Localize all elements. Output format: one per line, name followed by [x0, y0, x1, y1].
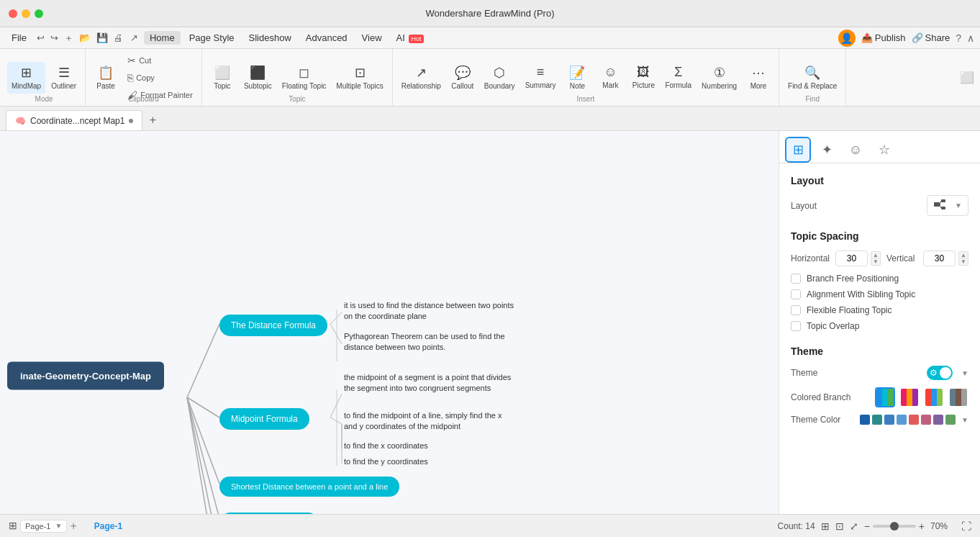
callout-icon: 💬	[455, 65, 471, 81]
swatch-5[interactable]	[909, 415, 919, 425]
paste-button[interactable]: 📋 Paste	[90, 62, 122, 94]
vertical-down[interactable]: ▼	[958, 258, 968, 266]
note-button[interactable]: 📝 Note	[561, 62, 593, 94]
print-btn[interactable]: 🖨	[112, 32, 124, 43]
find-replace-button[interactable]: 🔍 Find & Replace	[784, 62, 841, 94]
cut-button[interactable]: ✂ Cut	[123, 53, 197, 68]
floating-topic-button[interactable]: ◻ Floating Topic	[278, 62, 331, 94]
save-btn[interactable]: 💾	[95, 32, 109, 43]
mark-button[interactable]: ☺ Mark	[594, 62, 626, 93]
topic-button[interactable]: ⬜ Topic	[207, 62, 238, 94]
undo-btn[interactable]: ↩	[35, 32, 46, 43]
menu-home[interactable]: Home	[144, 31, 181, 45]
formula-icon: Σ	[674, 65, 682, 80]
leaf-text-6: to find the y coordinates	[344, 456, 428, 467]
redo-btn[interactable]: ↪	[49, 32, 60, 43]
summary-button[interactable]: ≡ Summary	[521, 62, 561, 93]
cb-option-3[interactable]	[924, 387, 944, 407]
canvas-area[interactable]: inate-Geometry-Concept-Map The Distance …	[0, 131, 779, 514]
callout-button[interactable]: 💬 Callout	[447, 62, 478, 94]
menu-advanced[interactable]: Advanced	[300, 31, 353, 45]
swatch-3[interactable]	[884, 415, 894, 425]
more-button[interactable]: ⋯ More	[743, 62, 774, 94]
panel-tab-layout[interactable]: ⊞	[785, 137, 811, 163]
menu-ai[interactable]: AI Hot	[391, 31, 430, 45]
horizontal-input[interactable]: 30	[835, 251, 868, 266]
horizontal-up[interactable]: ▲	[871, 251, 881, 258]
branch-free-checkbox[interactable]	[791, 274, 801, 284]
add-tab-button[interactable]: +	[142, 110, 163, 130]
copy-button[interactable]: ⎘ Copy	[123, 70, 197, 86]
page-selector[interactable]: Page-1 ▼	[20, 520, 67, 533]
add-page-button[interactable]: +	[70, 520, 76, 533]
panel-tab-star[interactable]: ☆	[871, 137, 897, 163]
central-node[interactable]: inate-Geometry-Concept-Map	[7, 362, 164, 390]
swatch-4[interactable]	[897, 415, 907, 425]
menu-slideshow[interactable]: Slideshow	[243, 31, 297, 45]
page-tab-1[interactable]: Page-1	[89, 520, 128, 533]
branch-node-distance[interactable]: The Distance Formula	[219, 315, 327, 336]
vertical-input[interactable]: 30	[923, 251, 956, 266]
swatch-6[interactable]	[921, 415, 931, 425]
cb-option-4[interactable]	[948, 387, 968, 407]
vertical-up[interactable]: ▲	[958, 251, 968, 258]
close-button[interactable]	[9, 9, 17, 18]
zoom-out-button[interactable]: −	[864, 520, 870, 532]
panel-tab-ai[interactable]: ✦	[814, 137, 840, 163]
minimize-button[interactable]	[22, 9, 30, 18]
fullscreen-button[interactable]: ⛶	[961, 520, 971, 532]
formula-button[interactable]: Σ Formula	[661, 62, 696, 93]
theme-toggle[interactable]: ⚙	[927, 366, 953, 380]
menu-file[interactable]: File	[6, 31, 32, 45]
sidebar-toggle-icon[interactable]: ⊞	[9, 520, 17, 533]
color-swatches[interactable]	[860, 415, 956, 425]
overlap-checkbox[interactable]	[791, 321, 801, 331]
cb-option-1[interactable]	[875, 387, 895, 407]
boundary-button[interactable]: ⬡ Boundary	[480, 62, 520, 94]
tab-bar: 🧠 Coordinate...ncept Map1 +	[0, 107, 980, 131]
fit-screen-button[interactable]: ⤢	[850, 520, 858, 532]
collapse-button[interactable]: ∧	[967, 32, 974, 44]
branch-node-midpoint[interactable]: Midpoint Formula	[219, 408, 309, 430]
zoom-slider[interactable]	[873, 525, 916, 528]
branch-node-shortest[interactable]: Shortest Distance between a point and a …	[219, 477, 399, 497]
horizontal-down[interactable]: ▼	[871, 258, 881, 266]
layout-select[interactable]: ▼	[927, 195, 968, 216]
menu-view[interactable]: View	[356, 31, 388, 45]
help-button[interactable]: ?	[956, 32, 961, 44]
mindmap-button[interactable]: ⊞ MindMap	[7, 62, 45, 94]
branch-node-equation[interactable]: Equation of the cirle	[219, 513, 319, 514]
subtopic-button[interactable]: ⬛ Subtopic	[240, 62, 276, 94]
export-btn[interactable]: ↗	[127, 32, 141, 43]
zoom-in-button[interactable]: +	[919, 520, 925, 532]
flexible-row: Flexible Floating Topic	[791, 305, 968, 315]
flexible-checkbox[interactable]	[791, 305, 801, 315]
view-toggle-2[interactable]: ⊡	[835, 520, 844, 532]
relationship-icon: ↗	[416, 65, 427, 81]
new-btn[interactable]: ＋	[63, 32, 75, 45]
share-button[interactable]: 🔗 Share	[912, 32, 950, 43]
picture-button[interactable]: 🖼 Picture	[627, 62, 659, 93]
multiple-topics-button[interactable]: ⊡ Multiple Topics	[332, 62, 387, 94]
panel-toggle[interactable]: ⬜	[957, 49, 977, 106]
colored-branch-label: Colored Branch	[791, 392, 871, 402]
swatch-1[interactable]	[860, 415, 870, 425]
current-tab[interactable]: 🧠 Coordinate...ncept Map1	[6, 110, 142, 130]
open-btn[interactable]: 📂	[78, 32, 92, 43]
view-toggle-1[interactable]: ⊞	[821, 520, 830, 532]
cb-option-2[interactable]	[899, 387, 920, 407]
toggle-track[interactable]: ⚙	[927, 366, 953, 380]
publish-button[interactable]: 📤 Publish	[861, 32, 906, 43]
swatch-8[interactable]	[945, 415, 956, 425]
swatch-2[interactable]	[872, 415, 882, 425]
menu-page-style[interactable]: Page Style	[183, 31, 240, 45]
status-bar: ⊞ Page-1 ▼ + Page-1 Count: 14 ⊞ ⊡ ⤢ − + …	[0, 514, 980, 537]
alignment-checkbox[interactable]	[791, 289, 801, 299]
user-avatar[interactable]: 👤	[838, 30, 856, 47]
numbering-button[interactable]: ① Numbering	[697, 62, 741, 94]
maximize-button[interactable]	[35, 9, 43, 18]
panel-tab-face[interactable]: ☺	[843, 137, 868, 163]
relationship-button[interactable]: ↗ Relationship	[397, 62, 445, 94]
swatch-7[interactable]	[933, 415, 943, 425]
outliner-button[interactable]: ☰ Outliner	[47, 62, 81, 94]
